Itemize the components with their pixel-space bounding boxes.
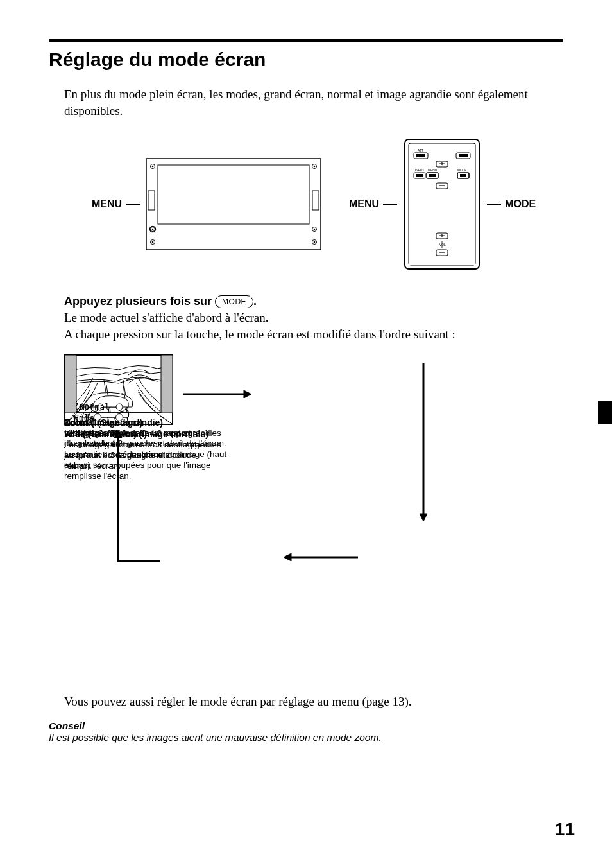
section-rule xyxy=(49,39,563,42)
leader-line xyxy=(383,204,397,205)
arrow-left-icon xyxy=(282,552,359,562)
svg-rect-29 xyxy=(460,174,466,177)
mode-normal-badge: Normal xyxy=(80,402,110,412)
svg-point-9 xyxy=(314,229,316,230)
svg-point-11 xyxy=(152,241,154,243)
page-number: 11 xyxy=(555,819,575,840)
intro-paragraph: En plus du mode plein écran, les modes, … xyxy=(49,86,563,119)
arrow-down-icon xyxy=(418,362,429,523)
page-content: Réglage du mode écran En plus du mode pl… xyxy=(0,0,612,868)
svg-rect-22 xyxy=(459,154,468,157)
hardware-diagrams: MENU MENU xyxy=(64,137,563,272)
monitor-menu-label: MENU xyxy=(92,198,122,210)
svg-marker-53 xyxy=(284,553,291,561)
arrow-up-icon xyxy=(112,429,163,564)
remote-menu-label: MENU xyxy=(349,198,379,210)
remote-vol-text: VOL xyxy=(439,243,446,247)
instruction-line-2: A chaque pression sur la touche, le mode… xyxy=(64,326,563,343)
svg-rect-1 xyxy=(158,165,309,224)
remote-att-text: ATT xyxy=(418,149,423,152)
instruction-block: Appuyez plusieurs fois sur MODE. Le mode… xyxy=(64,295,563,342)
instr-prefix: Appuyez plusieurs fois sur xyxy=(64,295,215,308)
remote-svg: ATT INPUT MENU MODE VOL xyxy=(401,137,483,272)
tip-body: Il est possible que les images aient une… xyxy=(49,732,563,743)
svg-point-13 xyxy=(314,241,316,243)
svg-rect-45 xyxy=(161,355,173,413)
monitor-svg xyxy=(144,156,323,252)
tip-heading: Conseil xyxy=(49,720,563,732)
svg-marker-54 xyxy=(114,430,122,438)
svg-marker-49 xyxy=(244,390,251,398)
closing-paragraph: Vous pouvez aussi régler le mode écran p… xyxy=(64,695,563,709)
remote-diagram: MENU ATT INPUT MENU MODE xyxy=(349,137,536,272)
remote-input-text: INPUT xyxy=(415,169,424,172)
arrow-right-icon xyxy=(182,389,253,399)
svg-rect-44 xyxy=(65,355,76,413)
mode-cycle-diagram: Full Full (Plein écran) (image normale) … xyxy=(64,354,563,695)
instruction-heading: Appuyez plusieurs fois sur MODE. xyxy=(64,295,563,308)
remote-mode-label: MODE xyxy=(505,198,536,210)
leader-line xyxy=(487,204,501,205)
instruction-line-1: Le mode actuel s'affiche d'abord à l'écr… xyxy=(64,309,563,326)
mode-button-pill: MODE xyxy=(215,295,253,308)
svg-rect-0 xyxy=(146,159,321,250)
instr-suffix: . xyxy=(253,295,257,308)
leader-line xyxy=(126,204,140,205)
svg-point-5 xyxy=(314,166,316,168)
monitor-diagram: MENU xyxy=(92,137,323,272)
remote-mode-text: MODE xyxy=(457,169,466,172)
svg-point-7 xyxy=(152,229,154,230)
mode-normal-title: Normal (Standard) xyxy=(64,417,205,428)
svg-rect-15 xyxy=(312,191,319,210)
page-title: Réglage du mode écran xyxy=(49,49,563,71)
svg-rect-14 xyxy=(148,191,155,210)
svg-marker-51 xyxy=(420,514,427,521)
remote-menu-text: MENU xyxy=(428,169,438,172)
svg-rect-25 xyxy=(416,174,423,177)
svg-rect-20 xyxy=(416,154,425,157)
svg-rect-27 xyxy=(429,174,436,177)
svg-point-3 xyxy=(152,166,154,168)
svg-point-47 xyxy=(116,404,123,410)
